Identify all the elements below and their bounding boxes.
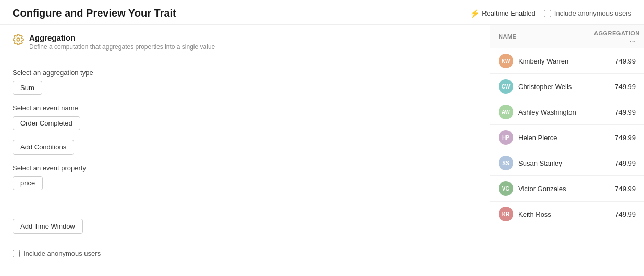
add-conditions-group: Add Conditions bbox=[13, 140, 477, 155]
table-row: HP Helen Pierce 749.99 bbox=[490, 125, 644, 150]
row-name: Keith Ross bbox=[518, 210, 599, 218]
anon-section: Include anonymous users bbox=[0, 242, 490, 265]
event-property-group: Select an event property price bbox=[13, 164, 477, 190]
row-name: Susan Stanley bbox=[518, 159, 599, 167]
avatar: HP bbox=[499, 130, 513, 145]
avatar: AW bbox=[499, 105, 513, 119]
row-name: Ashley Washington bbox=[518, 108, 599, 116]
table-body: KW Kimberly Warren 749.99 CW Christopher… bbox=[490, 48, 644, 275]
anon-toggle-label[interactable]: Include anonymous users bbox=[544, 9, 631, 17]
event-property-label: Select an event property bbox=[13, 164, 477, 172]
realtime-label: Realtime Enabled bbox=[482, 9, 536, 17]
time-window-section: Add Time Window bbox=[0, 210, 490, 242]
agg-type-button[interactable]: Sum bbox=[13, 81, 42, 95]
add-conditions-button[interactable]: Add Conditions bbox=[13, 140, 74, 155]
table-row: CW Christopher Wells 749.99 bbox=[490, 74, 644, 99]
row-agg-value: 749.99 bbox=[604, 159, 636, 167]
avatar: KR bbox=[499, 207, 513, 221]
page-header: Configure and Preview Your Trait ⚡ Realt… bbox=[0, 0, 644, 25]
section-subtitle: Define a computation that aggregates pro… bbox=[29, 43, 215, 51]
table-row: VG Victor Gonzales 749.99 bbox=[490, 176, 644, 202]
row-name: Kimberly Warren bbox=[518, 57, 599, 65]
agg-type-label: Select an aggregation type bbox=[13, 69, 477, 77]
svg-point-0 bbox=[17, 38, 20, 41]
anon-users-label: Include anonymous users bbox=[23, 249, 101, 257]
section-info: Aggregation Define a computation that ag… bbox=[29, 33, 215, 51]
row-name: Victor Gonzales bbox=[518, 185, 599, 193]
anon-checkbox[interactable] bbox=[544, 10, 551, 17]
aggregation-icon bbox=[13, 34, 24, 45]
row-agg-value: 749.99 bbox=[604, 134, 636, 142]
table-row: KW Kimberly Warren 749.99 bbox=[490, 48, 644, 74]
event-name-button[interactable]: Order Completed bbox=[13, 116, 80, 130]
table-header: NAME AGGREGATION ... bbox=[490, 25, 644, 48]
event-property-button[interactable]: price bbox=[13, 176, 43, 190]
avatar: CW bbox=[499, 79, 513, 94]
col-name-header: NAME bbox=[499, 33, 594, 40]
main-layout: Aggregation Define a computation that ag… bbox=[0, 25, 644, 275]
header-right: ⚡ Realtime Enabled Include anonymous use… bbox=[470, 9, 631, 18]
avatar: VG bbox=[499, 181, 513, 196]
right-panel: NAME AGGREGATION ... KW Kimberly Warren … bbox=[490, 25, 644, 275]
avatar: KW bbox=[499, 54, 513, 68]
table-row: KR Keith Ross 749.99 bbox=[490, 202, 644, 227]
section-header: Aggregation Define a computation that ag… bbox=[0, 25, 490, 58]
row-agg-value: 749.99 bbox=[604, 210, 636, 218]
row-agg-value: 749.99 bbox=[604, 185, 636, 193]
row-agg-value: 749.99 bbox=[604, 83, 636, 91]
lightning-icon: ⚡ bbox=[470, 9, 480, 18]
col-agg-header: AGGREGATION ... bbox=[594, 30, 636, 43]
row-agg-value: 749.99 bbox=[604, 57, 636, 65]
event-name-label: Select an event name bbox=[13, 104, 477, 112]
anon-users-checkbox[interactable] bbox=[13, 250, 20, 257]
row-name: Helen Pierce bbox=[518, 134, 599, 142]
config-body: Select an aggregation type Sum Select an… bbox=[0, 58, 490, 210]
section-title: Aggregation bbox=[29, 33, 215, 42]
anon-label-text: Include anonymous users bbox=[554, 9, 631, 17]
realtime-badge: ⚡ Realtime Enabled bbox=[470, 9, 536, 18]
table-row: SS Susan Stanley 749.99 bbox=[490, 150, 644, 176]
avatar: SS bbox=[499, 156, 513, 170]
event-name-group: Select an event name Order Completed bbox=[13, 104, 477, 130]
agg-type-group: Select an aggregation type Sum bbox=[13, 69, 477, 95]
page-title: Configure and Preview Your Trait bbox=[13, 7, 176, 19]
anon-row[interactable]: Include anonymous users bbox=[13, 249, 477, 257]
left-panel: Aggregation Define a computation that ag… bbox=[0, 25, 490, 275]
row-agg-value: 749.99 bbox=[604, 108, 636, 116]
row-name: Christopher Wells bbox=[518, 83, 599, 91]
table-row: AW Ashley Washington 749.99 bbox=[490, 99, 644, 125]
add-time-window-button[interactable]: Add Time Window bbox=[13, 219, 83, 234]
